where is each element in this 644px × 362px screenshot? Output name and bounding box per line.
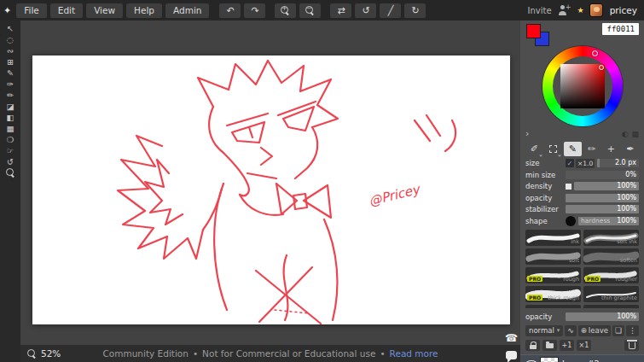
pencil-tool[interactable]: ✏ [0,90,20,101]
layer-visibility-eye-icon[interactable] [525,359,537,362]
menu-help[interactable]: Help [126,3,162,18]
rotate-cw-button[interactable]: ↻ [404,3,426,18]
eraser-mode-button[interactable]: ✐ [525,142,543,156]
marquee-icon [549,145,557,153]
ellipse-select-tool[interactable]: ◌ [0,34,20,45]
menu-edit[interactable]: Edit [50,3,83,18]
density-slider[interactable]: 100% [574,182,639,190]
hand-tool[interactable]: ☞ [0,145,20,156]
size-slider[interactable]: 2.0 px [597,159,639,167]
curve-button[interactable]: ∿ [565,325,577,336]
chevron-down-icon: ▾ [557,327,560,334]
pro-badge: PRO [527,295,542,301]
brush-preset-soft-ink[interactable]: soft ink [583,230,639,246]
opacity-row: opacity 100% [525,193,639,202]
stabilizer-slider[interactable]: 100% [566,205,639,213]
read-more-link[interactable]: Read more [390,348,438,359]
select-mode-button[interactable] [545,142,563,156]
duplicate-layer-button[interactable]: ❏ [612,325,624,336]
layer-actions-row: +1 ×1 [525,339,639,351]
eyedropper-icon[interactable]: ◐ [622,130,629,138]
layer-opacity-slider[interactable]: 100% [566,312,639,321]
pen-tool[interactable]: ✎ [0,67,20,79]
size-row: size ✓ ×1.0 2.0 px [525,159,639,168]
username-label: pricey [610,5,637,15]
redo-button[interactable]: ↷ [244,3,265,18]
add-brush-button[interactable]: + [602,142,620,156]
lock-layer-button[interactable] [525,340,540,351]
primary-color-swatch[interactable] [526,24,541,38]
transform-tool[interactable]: ⊞ [0,56,20,67]
min-size-slider[interactable]: 0% [566,171,639,179]
flip-button[interactable]: ⇄ [330,3,351,18]
zoom-out-button[interactable]: − [299,3,321,18]
rotate-ccw-button[interactable]: ↺ [355,3,376,18]
canvas-workspace[interactable]: @Pricey [20,20,520,345]
brush-preset-soften[interactable]: soften [583,248,639,265]
density-toggle[interactable] [566,184,571,190]
zoom-out-icon: − [305,6,315,15]
brush-preset-ink[interactable]: ink [525,230,581,246]
merge-layer-button[interactable]: ×1 [577,340,591,351]
rotate-ccw-icon: ↺ [362,5,369,16]
line-tool-button[interactable]: ╱ [380,3,401,18]
zoom-in-button[interactable]: + [275,3,296,18]
hex-color-value[interactable]: ff0011 [602,23,639,35]
fill-tool[interactable]: ◧ [0,112,20,123]
size-multiplier[interactable]: ×1.0 [576,159,595,168]
smudge-tool[interactable]: ❍ [0,134,20,145]
user-avatar[interactable] [589,3,603,17]
undo-button[interactable]: ↶ [219,3,241,18]
menu-admin[interactable]: Admin [165,3,209,18]
layer-item[interactable]: Layer #2 [520,354,644,362]
hue-cursor[interactable] [592,50,598,56]
menu-file[interactable]: File [16,3,47,18]
brush-preset-rough[interactable]: PRO rough [525,267,581,283]
shape-tool[interactable]: ▦ [0,123,20,134]
invite-label[interactable]: Invite [528,6,552,15]
sv-cursor[interactable] [599,65,604,70]
edition-label: Community Edition [102,348,188,359]
invite-user-icon[interactable]: + [557,5,569,15]
brush-preset-soft[interactable]: soft [525,248,581,265]
delete-layer-button[interactable] [624,340,639,351]
history-tool[interactable]: ↺ [0,156,20,167]
brush-preset-soft-pencil[interactable]: soft pencil [583,305,639,308]
color-wheel[interactable] [542,46,623,126]
brush-preset-rougher[interactable]: PRO rougher [583,267,639,283]
chat-icon[interactable] [506,351,517,359]
opacity-slider[interactable]: 100% [566,194,639,202]
blend-mode-dropdown[interactable]: normal ▾ [525,325,563,336]
size-pressure-checkbox[interactable]: ✓ [566,159,574,167]
brush-preset-grid: ink soft ink soft soften PRO rough PRO r… [525,230,639,308]
brush-tool[interactable]: ✑ [0,79,20,90]
voice-call-icon[interactable]: ☎ [505,333,518,343]
zoom-tool[interactable] [0,167,20,178]
add-layer-button[interactable]: +1 [560,340,574,351]
density-row: density 100% [525,182,639,191]
menu-view[interactable]: View [86,3,123,18]
ink-pen-button[interactable]: ✒ [622,142,640,156]
hardness-slider[interactable]: hardness 100% [578,217,639,225]
saturation-value-square[interactable] [560,64,605,108]
drawing-canvas[interactable]: @Pricey [32,55,510,324]
swatches-icon[interactable]: ▦ [631,130,639,138]
expand-panel-chevron[interactable]: › [525,129,529,139]
zoom-level: 52% [41,348,61,359]
pro-badge: PRO [585,276,600,282]
stabilizer-row: stabilizer 100% [525,205,639,214]
layer-menu-button[interactable]: ⋮ [626,325,639,336]
layer-thumbnail[interactable] [540,357,559,362]
brush-preset-thin-graphite[interactable]: thin graphite [583,286,639,302]
leave-button[interactable]: ⊕ leave [578,325,611,336]
marker-mode-button[interactable]: ✏ [583,142,601,156]
paint-mode-button[interactable]: ✎ [564,142,582,156]
layer-folder-button[interactable] [542,340,557,351]
brush-preset-thick-rough[interactable]: PRO thick rough [525,286,581,302]
brush-preview [525,305,581,308]
brush-shape-preview[interactable] [566,216,576,226]
move-tool[interactable]: ↖ [0,23,20,34]
eraser-tool[interactable]: ◪ [0,101,20,112]
brush-preset-pencil[interactable]: pencil [525,305,581,308]
lasso-tool[interactable]: ∾ [0,45,20,56]
